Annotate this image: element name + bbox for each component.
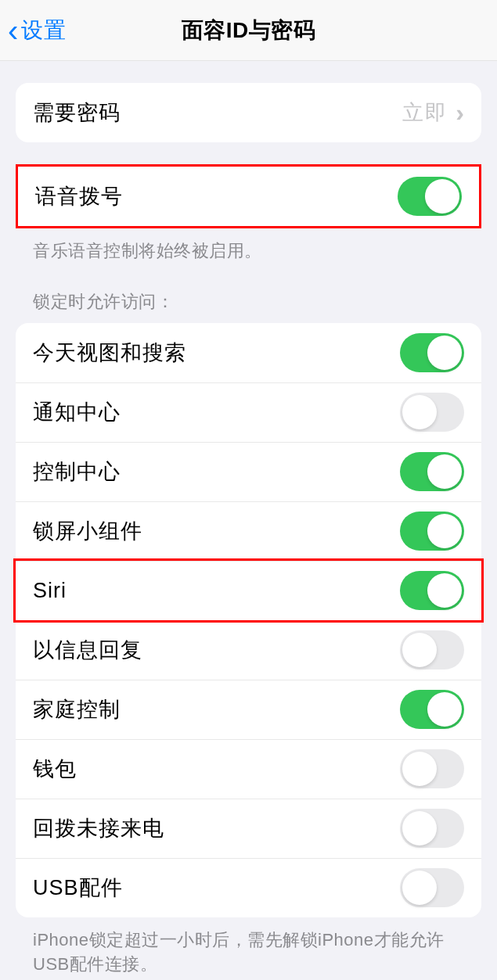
access-row-toggle[interactable] (400, 452, 464, 491)
access-row-label: 回拨未接来电 (33, 814, 164, 842)
chevron-right-icon: › (456, 99, 464, 127)
access-when-locked-header: 锁定时允许访问： (16, 264, 481, 323)
voice-dial-label: 语音拨号 (35, 182, 123, 210)
access-row: 通知中心 (16, 382, 481, 442)
access-row: 家庭控制 (16, 680, 481, 739)
access-when-locked-footer: iPhone锁定超过一小时后，需先解锁iPhone才能允许USB配件连接。 (16, 917, 481, 977)
access-row: 锁屏小组件 (16, 501, 481, 561)
access-row-toggle[interactable] (400, 809, 464, 848)
access-row-label: 今天视图和搜索 (33, 339, 186, 367)
access-row-toggle[interactable] (400, 571, 464, 610)
voice-dial-footer: 音乐语音控制将始终被启用。 (16, 228, 481, 264)
access-row: 以信息回复 (16, 620, 481, 680)
navigation-bar: ‹ 设置 面容ID与密码 (0, 0, 497, 61)
access-row-toggle[interactable] (400, 333, 464, 372)
access-row-label: 通知中心 (33, 398, 121, 426)
access-row: 控制中心 (16, 442, 481, 501)
access-row-label: USB配件 (33, 874, 123, 902)
access-row: Siri (16, 561, 481, 620)
back-button[interactable]: ‹ 设置 (0, 15, 67, 46)
access-row-label: Siri (33, 579, 67, 603)
access-row-label: 钱包 (33, 755, 77, 783)
require-passcode-row[interactable]: 需要密码 立即 › (16, 83, 481, 142)
access-row-toggle[interactable] (400, 749, 464, 788)
access-row-label: 锁屏小组件 (33, 517, 142, 545)
voice-dial-toggle[interactable] (398, 177, 462, 216)
access-row-toggle[interactable] (400, 690, 464, 729)
voice-dial-row: 语音拨号 (18, 167, 479, 226)
access-row: USB配件 (16, 858, 481, 917)
access-row-toggle[interactable] (400, 393, 464, 432)
require-passcode-group: 需要密码 立即 › (16, 83, 481, 142)
access-row: 今天视图和搜索 (16, 323, 481, 382)
access-row-label: 家庭控制 (33, 695, 121, 723)
back-label: 设置 (21, 16, 67, 45)
access-row-toggle[interactable] (400, 868, 464, 907)
voice-dial-group: 语音拨号 (16, 164, 481, 228)
chevron-left-icon: ‹ (8, 15, 18, 46)
access-row: 回拨未接来电 (16, 799, 481, 858)
access-when-locked-group: 今天视图和搜索通知中心控制中心锁屏小组件Siri以信息回复家庭控制钱包回拨未接来… (16, 323, 481, 917)
access-row-label: 控制中心 (33, 458, 121, 486)
require-passcode-value: 立即 (402, 99, 448, 127)
access-row-toggle[interactable] (400, 630, 464, 669)
access-row-toggle[interactable] (400, 512, 464, 551)
access-row: 钱包 (16, 739, 481, 799)
require-passcode-label: 需要密码 (33, 99, 121, 127)
page-title: 面容ID与密码 (182, 16, 316, 45)
access-row-label: 以信息回复 (33, 636, 142, 664)
